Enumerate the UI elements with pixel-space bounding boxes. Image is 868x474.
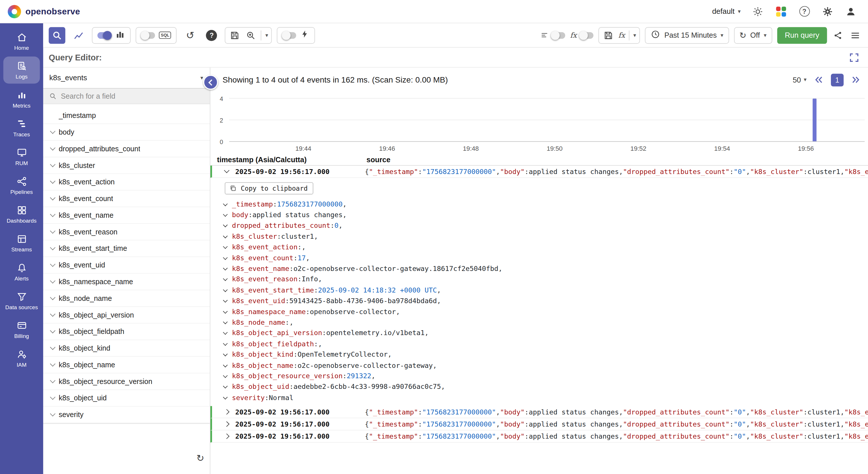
chevron-down-icon[interactable] <box>50 244 56 250</box>
detail-field-k8s-event-name[interactable]: k8s_event_name:o2c-openobserve-collector… <box>224 263 868 274</box>
chevron-down-icon[interactable] <box>50 328 56 333</box>
field-item-k8s-object-name[interactable]: k8s_object_name <box>43 357 210 373</box>
fx-toggle[interactable]: fx <box>570 31 593 39</box>
chevron-down-icon[interactable] <box>223 384 228 389</box>
theme-sun-icon[interactable] <box>752 5 764 17</box>
saved-search-list-icon[interactable] <box>245 29 257 41</box>
chevron-down-icon[interactable] <box>50 261 56 267</box>
settings-gear-icon[interactable] <box>822 5 834 17</box>
table-row-3[interactable]: 2025-09-02 19:56:17.000{"_timestamp":"17… <box>210 418 868 431</box>
detail-field-k8s-event-reason[interactable]: k8s_event_reason:Info, <box>224 274 868 285</box>
sidebar-item-streams[interactable]: Streams <box>3 229 40 256</box>
detail-field-k8s-object-name[interactable]: k8s_object_name:o2c-openobserve-collecto… <box>224 360 868 371</box>
sidebar-item-alerts[interactable]: Alerts <box>3 258 40 285</box>
field-item-k8s-event-reason[interactable]: k8s_event_reason <box>43 224 210 240</box>
detail-field-k8s-object-api-version[interactable]: k8s_object_api_version:opentelemetry.io/… <box>224 328 868 338</box>
field-item-severity[interactable]: severity <box>43 407 210 423</box>
chevron-down-icon[interactable] <box>50 394 56 399</box>
detail-field-k8s-event-start-time[interactable]: k8s_event_start_time:2025-09-02 14:18:32… <box>224 285 868 295</box>
quick-mode-toggle[interactable] <box>282 32 296 38</box>
chevron-down-icon[interactable] <box>50 377 56 383</box>
apps-icon[interactable] <box>775 5 787 17</box>
chevron-down-icon[interactable] <box>223 330 228 335</box>
table-row-4[interactable]: 2025-09-02 19:56:17.000{"_timestamp":"17… <box>210 431 868 443</box>
field-item-k8s-event-action[interactable]: k8s_event_action <box>43 174 210 191</box>
last-page-button[interactable] <box>849 73 862 86</box>
detail-field-k8s-cluster[interactable]: k8s_cluster:cluster1, <box>224 231 868 242</box>
chevron-down-icon[interactable] <box>223 373 228 378</box>
chevron-down-icon[interactable] <box>223 298 228 303</box>
sql-mode-toggle[interactable] <box>141 32 155 38</box>
sidebar-item-home[interactable]: Home <box>3 28 40 55</box>
sidebar-item-iam[interactable]: IAM <box>3 345 40 372</box>
field-item--timestamp[interactable]: _timestamp <box>43 108 210 124</box>
help-icon[interactable]: ? <box>798 5 810 17</box>
histogram-chart[interactable]: 024 19:4419:4619:4819:5019:5219:5419:56 <box>210 92 868 154</box>
chevron-down-icon[interactable] <box>50 178 56 183</box>
chevron-down-icon[interactable] <box>50 195 56 200</box>
chevron-down-icon[interactable] <box>223 201 228 206</box>
field-item-k8s-event-start-time[interactable]: k8s_event_start_time <box>43 240 210 257</box>
chevron-down-icon[interactable] <box>223 341 228 346</box>
chevron-right-icon[interactable] <box>224 409 229 415</box>
chevron-down-icon[interactable] <box>50 145 56 150</box>
chevron-down-icon[interactable] <box>224 168 229 173</box>
current-page-button[interactable]: 1 <box>831 73 843 86</box>
copy-to-clipboard-button[interactable]: Copy to clipboard <box>225 182 313 195</box>
auto-refresh-picker[interactable]: ↻ Off ▾ <box>734 27 772 43</box>
detail-field-dropped-attributes-count[interactable]: dropped_attributes_count:0, <box>224 220 868 231</box>
save-function-icon[interactable] <box>602 29 614 41</box>
sidebar-item-metrics[interactable]: Metrics <box>3 85 40 113</box>
save-search-icon[interactable] <box>229 29 241 41</box>
field-item-k8s-event-uid[interactable]: k8s_event_uid <box>43 257 210 274</box>
field-search-input[interactable] <box>61 92 204 100</box>
field-item-k8s-namespace-name[interactable]: k8s_namespace_name <box>43 273 210 290</box>
detail-field-k8s-event-uid[interactable]: k8s_event_uid:59143425-8abb-4736-9406-ba… <box>224 296 868 306</box>
wrap-lines-switch[interactable] <box>551 32 565 38</box>
field-item-k8s-node-name[interactable]: k8s_node_name <box>43 290 210 307</box>
histogram-bar[interactable] <box>812 99 816 141</box>
chevron-down-icon[interactable] <box>50 278 56 283</box>
column-header-source[interactable]: source <box>367 155 868 164</box>
table-row-2[interactable]: 2025-09-02 19:56:17.000{"_timestamp":"17… <box>210 407 868 418</box>
chevron-down-icon[interactable] <box>223 255 228 260</box>
chevron-down-icon[interactable] <box>50 128 56 134</box>
chevron-down-icon[interactable] <box>50 161 56 167</box>
chevron-down-icon[interactable] <box>50 294 56 300</box>
detail-field-k8s-event-count[interactable]: k8s_event_count:17, <box>224 253 868 263</box>
chevron-down-icon[interactable] <box>50 361 56 366</box>
search-mode-button[interactable] <box>49 27 65 43</box>
query-help-button[interactable]: ? <box>204 27 220 43</box>
sidebar-item-data-sources[interactable]: Data sources <box>3 287 40 314</box>
fullscreen-icon[interactable] <box>848 51 860 63</box>
menu-icon[interactable] <box>849 29 861 41</box>
field-item-k8s-object-api-version[interactable]: k8s_object_api_version <box>43 307 210 324</box>
sidebar-item-dashboards[interactable]: Dashboards <box>3 201 40 228</box>
chevron-down-icon[interactable] <box>50 411 56 416</box>
chevron-down-icon[interactable] <box>223 308 228 313</box>
chevron-down-icon[interactable] <box>223 212 228 216</box>
field-item-k8s-event-name[interactable]: k8s_event_name <box>43 207 210 224</box>
refresh-fields-icon[interactable]: ↻ <box>196 453 204 464</box>
chevron-down-icon[interactable] <box>50 344 56 350</box>
field-item-k8s-object-uid[interactable]: k8s_object_uid <box>43 390 210 407</box>
chevron-down-icon[interactable] <box>223 362 228 367</box>
chevron-down-icon[interactable] <box>223 234 228 238</box>
chevron-right-icon[interactable] <box>224 434 229 439</box>
field-item-k8s-object-fieldpath[interactable]: k8s_object_fieldpath <box>43 324 210 340</box>
chevron-down-icon[interactable] <box>223 266 228 270</box>
fx-switch[interactable] <box>580 32 593 38</box>
chevron-right-icon[interactable] <box>224 422 229 427</box>
field-item-k8s-cluster[interactable]: k8s_cluster <box>43 157 210 174</box>
field-item-k8s-object-kind[interactable]: k8s_object_kind <box>43 340 210 357</box>
collapse-fields-button[interactable] <box>203 75 218 90</box>
wrap-lines-toggle[interactable] <box>540 31 565 39</box>
page-size-select[interactable]: 50 ▾ <box>793 76 806 84</box>
reset-query-button[interactable]: ↺ <box>182 27 198 43</box>
chevron-down-icon[interactable] <box>223 395 228 399</box>
column-header-timestamp[interactable]: timestamp (Asia/Calcutta) <box>210 155 367 164</box>
histogram-toggle[interactable] <box>97 32 111 38</box>
chevron-down-icon[interactable] <box>50 211 56 216</box>
field-item-k8s-event-count[interactable]: k8s_event_count <box>43 191 210 207</box>
chevron-down-icon[interactable]: ▾ <box>265 32 268 38</box>
